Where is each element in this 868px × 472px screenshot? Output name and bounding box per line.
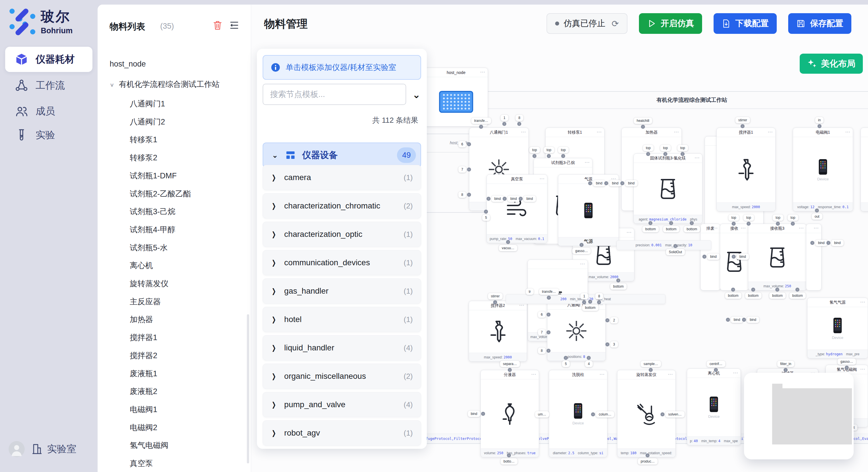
port-pill[interactable]: botto…› bbox=[501, 458, 518, 465]
port-pill[interactable]: 8› bbox=[458, 192, 466, 198]
port-dot-icon[interactable]: › bbox=[517, 122, 521, 126]
list-item[interactable]: 氢气电磁阀 bbox=[130, 440, 168, 450]
refresh-icon[interactable]: ⟳ bbox=[612, 19, 619, 29]
port-dot-icon[interactable]: › bbox=[487, 197, 491, 201]
list-item[interactable]: 电磁阀2 bbox=[130, 423, 157, 433]
port-dot-icon[interactable]: › bbox=[702, 255, 706, 259]
sidebar-item-instruments[interactable]: 仪器耗材 bbox=[5, 47, 92, 72]
category-row-gas_handler[interactable]: ❯gas_handler(1) bbox=[262, 278, 421, 304]
port-pill[interactable]: separa…› bbox=[500, 361, 520, 367]
port-pill[interactable]: 7› bbox=[458, 166, 466, 173]
port-pill[interactable]: produc…› bbox=[638, 458, 658, 465]
port-pill[interactable]: stirrer› bbox=[735, 117, 750, 123]
section-instruments[interactable]: ⌄ 仪器设备 49 bbox=[262, 142, 421, 168]
list-item[interactable]: 试剂瓶2-乙酸乙酯 bbox=[130, 189, 191, 199]
port-dot-icon[interactable]: › bbox=[582, 300, 586, 304]
node-jiaobanqi2[interactable]: 搅拌器2•••max_speed: 2000 bbox=[469, 301, 527, 362]
list-item[interactable]: 真空泵 bbox=[130, 458, 153, 469]
port-pill[interactable]: top› bbox=[643, 145, 654, 151]
port-pill[interactable]: sample…› bbox=[641, 361, 661, 367]
port-pill[interactable]: gasso…› bbox=[838, 359, 856, 365]
chevron-down-icon[interactable]: ∨ bbox=[110, 82, 114, 88]
port-pill[interactable]: centrif…› bbox=[707, 361, 725, 367]
port-dot-icon[interactable]: › bbox=[484, 210, 488, 214]
port-dot-icon[interactable]: › bbox=[587, 356, 591, 360]
port-dot-icon[interactable]: › bbox=[646, 453, 650, 458]
list-item[interactable]: 试剂瓶5-水 bbox=[130, 243, 167, 253]
port-dot-icon[interactable]: › bbox=[493, 300, 497, 304]
download-config-button[interactable]: 下载配置 bbox=[714, 13, 777, 34]
brand-logo[interactable]: 玻尔 Bohrium bbox=[9, 7, 73, 35]
port-pill[interactable]: bind› bbox=[625, 180, 638, 187]
port-dot-icon[interactable]: › bbox=[467, 193, 471, 197]
port-dot-icon[interactable]: › bbox=[580, 243, 584, 247]
category-row-camera[interactable]: ❯camera(1) bbox=[262, 165, 421, 190]
port-pill[interactable]: colum…› bbox=[596, 411, 614, 417]
port-pill[interactable]: bottom› bbox=[642, 226, 659, 232]
node-menu-icon[interactable]: ••• bbox=[585, 161, 590, 164]
port-dot-icon[interactable]: › bbox=[467, 167, 471, 171]
node-menu-icon[interactable]: ••• bbox=[814, 226, 819, 230]
node-lixinji[interactable]: 离心机•••Devicep: 40min_temp: 4max_spe bbox=[687, 369, 741, 445]
node-menu-icon[interactable]: ••• bbox=[741, 226, 746, 230]
port-dot-icon[interactable]: › bbox=[751, 288, 755, 292]
port-dot-icon[interactable]: › bbox=[502, 122, 506, 126]
port-dot-icon[interactable]: › bbox=[564, 356, 568, 360]
category-row-hotel[interactable]: ❯hotel(1) bbox=[262, 307, 421, 332]
port-pill[interactable]: 3› bbox=[610, 341, 618, 347]
port-pill[interactable]: bottom› bbox=[663, 226, 679, 232]
port-pill[interactable]: filter_in› bbox=[777, 361, 794, 367]
port-dot-icon[interactable]: › bbox=[732, 255, 736, 259]
category-row-robot_agv[interactable]: ❯robot_agv(1) bbox=[262, 420, 421, 446]
port-pill[interactable]: bind› bbox=[815, 240, 828, 246]
port-dot-icon[interactable]: › bbox=[588, 181, 592, 185]
collapse-list-icon[interactable] bbox=[229, 20, 239, 30]
port-pill[interactable]: bottom› bbox=[769, 293, 786, 299]
port-pill[interactable]: 1› bbox=[501, 115, 508, 121]
port-pill[interactable]: bind› bbox=[593, 180, 606, 187]
port-dot-icon[interactable]: › bbox=[845, 366, 849, 370]
port-dot-icon[interactable]: › bbox=[616, 278, 620, 282]
node-menu-icon[interactable]: ••• bbox=[674, 130, 679, 134]
port-pill[interactable]: 5› bbox=[562, 361, 570, 367]
port-dot-icon[interactable]: › bbox=[597, 300, 601, 304]
port-pill[interactable]: top› bbox=[677, 145, 688, 151]
port-pill[interactable]: in› bbox=[815, 117, 824, 123]
node-menu-icon[interactable]: ••• bbox=[799, 226, 804, 230]
list-item[interactable]: host_node bbox=[110, 60, 146, 69]
port-pill[interactable]: top› bbox=[660, 145, 671, 151]
category-row-characterization_chromatic[interactable]: ❯characterization_chromatic(2) bbox=[262, 193, 421, 218]
scrollbar[interactable] bbox=[247, 314, 249, 463]
node-menu-icon[interactable]: ••• bbox=[480, 70, 485, 74]
port-dot-icon[interactable]: › bbox=[795, 288, 799, 292]
list-item[interactable]: 转移泵1 bbox=[130, 134, 157, 145]
simulation-status-pill[interactable]: 仿真已停止 ⟳ bbox=[547, 13, 627, 34]
list-item[interactable]: 离心机 bbox=[130, 260, 153, 271]
node-jiaobanqi1[interactable]: 搅拌器1•••max_speed: 2000 bbox=[716, 128, 776, 211]
port-pill[interactable]: bind› bbox=[491, 196, 504, 202]
list-item[interactable]: 主反应器 bbox=[130, 297, 161, 307]
port-dot-icon[interactable]: › bbox=[690, 221, 694, 225]
port-dot-icon[interactable]: › bbox=[660, 412, 664, 416]
port-pill[interactable]: bind› bbox=[468, 411, 480, 417]
port-pill[interactable]: heatchill› bbox=[634, 117, 652, 124]
port-pill[interactable]: top› bbox=[773, 214, 783, 221]
port-dot-icon[interactable]: › bbox=[641, 125, 645, 129]
port-dot-icon[interactable]: › bbox=[620, 181, 624, 185]
avatar[interactable] bbox=[9, 441, 25, 457]
sidebar-item-experiments[interactable]: 实验 bbox=[5, 123, 92, 148]
category-row-liquid_handler[interactable]: ❯liquid_handler(4) bbox=[262, 335, 421, 361]
port-dot-icon[interactable]: › bbox=[547, 330, 551, 334]
node-menu-icon[interactable]: ••• bbox=[713, 226, 718, 230]
port-pill[interactable]: 4› bbox=[585, 361, 593, 367]
list-item[interactable]: ∨有机化学流程综合测试工作站 bbox=[110, 79, 220, 90]
node-qingqiqiyuan[interactable]: 氢气气源•••Device_type: hydrogenmax_pre bbox=[807, 298, 868, 359]
node-menu-icon[interactable]: ••• bbox=[860, 300, 865, 304]
port-dot-icon[interactable]: › bbox=[649, 368, 653, 372]
port-dot-icon[interactable]: › bbox=[669, 221, 673, 225]
port-dot-icon[interactable]: › bbox=[591, 412, 595, 416]
port-dot-icon[interactable]: › bbox=[606, 342, 609, 346]
port-pill[interactable]: bind› bbox=[707, 254, 720, 260]
port-pill[interactable]: 8› bbox=[538, 347, 546, 354]
port-pill[interactable]: top› bbox=[544, 147, 554, 153]
